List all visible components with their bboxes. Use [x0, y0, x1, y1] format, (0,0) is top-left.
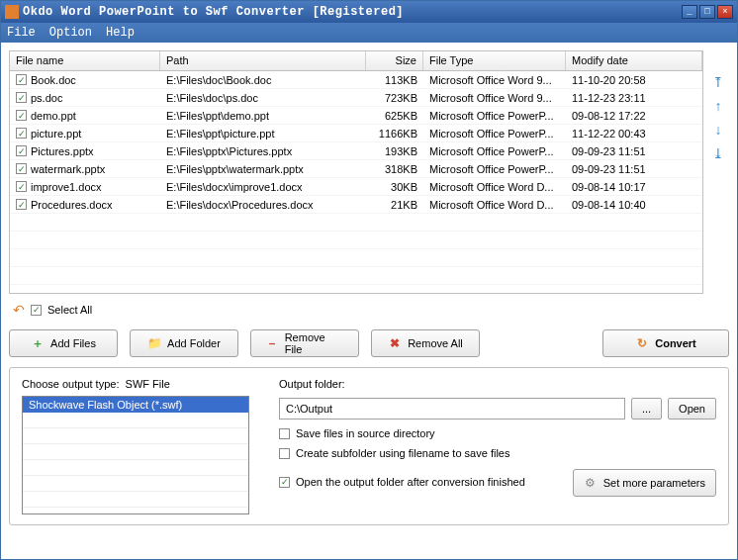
table-row[interactable]: ✓Book.docE:\Files\doc\Book.doc113KBMicro…: [10, 71, 702, 89]
maximize-button[interactable]: □: [699, 5, 715, 19]
file-date: 11-10-20 20:58: [566, 74, 702, 86]
folder-icon: 📁: [147, 336, 161, 350]
file-type: Microsoft Office Word 9...: [423, 92, 566, 104]
curved-arrow-icon: ↶: [13, 302, 25, 318]
output-type-list[interactable]: Shockwave Flash Object (*.swf): [22, 396, 249, 514]
app-icon: [5, 5, 19, 19]
file-date: 09-08-12 17:22: [566, 110, 702, 122]
file-list-header: File name Path Size File Type Modify dat…: [10, 51, 702, 71]
col-header-date[interactable]: Modify date: [566, 51, 702, 70]
col-header-name[interactable]: File name: [10, 51, 160, 70]
file-date: 09-09-23 11:51: [566, 163, 702, 175]
file-name: improve1.docx: [31, 181, 102, 193]
file-path: E:\Files\pptx\watermark.pptx: [160, 163, 366, 175]
remove-all-label: Remove All: [408, 337, 463, 349]
table-row[interactable]: ✓ps.docE:\Files\doc\ps.doc723KBMicrosoft…: [10, 89, 702, 107]
table-row[interactable]: ✓picture.pptE:\Files\ppt\picture.ppt1166…: [10, 125, 702, 142]
file-path: E:\Files\doc\ps.doc: [160, 92, 366, 104]
menu-file[interactable]: File: [7, 26, 36, 40]
row-checkbox[interactable]: ✓: [16, 163, 27, 174]
more-params-button[interactable]: ⚙Set more parameters: [573, 469, 716, 497]
file-path: E:\Files\ppt\picture.ppt: [160, 128, 366, 140]
file-size: 1166KB: [366, 128, 423, 140]
select-all-checkbox[interactable]: ✓: [31, 305, 42, 316]
move-top-icon[interactable]: ⤒: [709, 74, 727, 90]
close-button[interactable]: ×: [717, 5, 733, 19]
save-source-checkbox[interactable]: [279, 428, 290, 439]
add-folder-button[interactable]: 📁Add Folder: [130, 329, 238, 357]
row-checkbox[interactable]: ✓: [16, 92, 27, 103]
file-type: Microsoft Office PowerP...: [423, 110, 566, 122]
create-sub-checkbox[interactable]: [279, 448, 290, 459]
file-type: Microsoft Office PowerP...: [423, 163, 566, 175]
open-after-label: Open the output folder after conversion …: [296, 476, 525, 488]
file-path: E:\Files\docx\Procedures.docx: [160, 199, 366, 211]
file-date: 09-08-14 10:17: [566, 181, 702, 193]
row-checkbox[interactable]: ✓: [16, 199, 27, 210]
menu-help[interactable]: Help: [106, 26, 135, 40]
remove-all-button[interactable]: ✖Remove All: [371, 329, 480, 357]
more-params-label: Set more parameters: [603, 477, 705, 489]
add-files-button[interactable]: ＋Add Files: [9, 329, 118, 357]
table-row[interactable]: ✓Procedures.docxE:\Files\docx\Procedures…: [10, 196, 702, 214]
file-date: 09-08-14 10:40: [566, 199, 702, 211]
row-checkbox[interactable]: ✓: [16, 110, 27, 121]
select-all-label: Select All: [47, 304, 92, 316]
col-header-size[interactable]: Size: [366, 51, 423, 70]
col-header-path[interactable]: Path: [160, 51, 366, 70]
row-checkbox[interactable]: ✓: [16, 181, 27, 192]
table-row[interactable]: ✓demo.pptE:\Files\ppt\demo.ppt625KBMicro…: [10, 107, 702, 125]
row-checkbox[interactable]: ✓: [16, 128, 27, 139]
file-name: Pictures.pptx: [31, 145, 94, 157]
file-path: E:\Files\pptx\Pictures.pptx: [160, 145, 366, 157]
col-header-type[interactable]: File Type: [423, 51, 566, 70]
move-down-icon[interactable]: ↓: [709, 122, 727, 138]
file-type: Microsoft Office PowerP...: [423, 128, 566, 140]
move-up-icon[interactable]: ↑: [709, 98, 727, 114]
convert-icon: ↻: [635, 336, 649, 350]
file-list[interactable]: File name Path Size File Type Modify dat…: [9, 50, 703, 294]
minimize-button[interactable]: _: [682, 5, 697, 19]
remove-file-label: Remove File: [285, 331, 344, 355]
file-size: 193KB: [366, 145, 423, 157]
open-button[interactable]: Open: [668, 398, 716, 420]
table-row[interactable]: ✓Pictures.pptxE:\Files\pptx\Pictures.ppt…: [10, 142, 702, 160]
file-name: picture.ppt: [31, 128, 81, 140]
minus-icon: －: [265, 336, 279, 350]
move-bottom-icon[interactable]: ⤓: [709, 145, 727, 161]
add-files-label: Add Files: [50, 337, 96, 349]
file-name: demo.ppt: [31, 110, 76, 122]
titlebar: Okdo Word PowerPoint to Swf Converter [R…: [1, 1, 737, 23]
file-size: 318KB: [366, 163, 423, 175]
output-type-item[interactable]: Shockwave Flash Object (*.swf): [23, 397, 248, 413]
open-after-checkbox[interactable]: ✓: [279, 477, 290, 488]
save-source-label: Save files in source directory: [296, 427, 435, 439]
file-size: 113KB: [366, 74, 423, 86]
row-checkbox[interactable]: ✓: [16, 74, 27, 85]
table-row[interactable]: ✓improve1.docxE:\Files\docx\improve1.doc…: [10, 178, 702, 196]
file-date: 11-12-22 00:43: [566, 128, 702, 140]
row-checkbox[interactable]: ✓: [16, 145, 27, 156]
file-path: E:\Files\docx\improve1.docx: [160, 181, 366, 193]
file-date: 11-12-23 23:11: [566, 92, 702, 104]
file-name: Book.doc: [31, 74, 76, 86]
file-type: Microsoft Office Word 9...: [423, 74, 566, 86]
file-type: Microsoft Office PowerP...: [423, 145, 566, 157]
gear-icon: ⚙: [584, 476, 598, 490]
file-date: 09-09-23 11:51: [566, 145, 702, 157]
menubar: File Option Help: [1, 23, 737, 43]
file-path: E:\Files\ppt\demo.ppt: [160, 110, 366, 122]
browse-button[interactable]: ...: [631, 398, 662, 420]
file-name: Procedures.docx: [31, 199, 113, 211]
convert-button[interactable]: ↻Convert: [602, 329, 729, 357]
plus-icon: ＋: [31, 336, 45, 350]
remove-file-button[interactable]: －Remove File: [250, 329, 359, 357]
create-sub-label: Create subfolder using filename to save …: [296, 447, 509, 459]
output-folder-label: Output folder:: [279, 378, 716, 390]
table-row[interactable]: ✓watermark.pptxE:\Files\pptx\watermark.p…: [10, 160, 702, 178]
menu-option[interactable]: Option: [49, 26, 92, 40]
output-folder-input[interactable]: [279, 398, 625, 420]
file-type: Microsoft Office Word D...: [423, 199, 566, 211]
file-size: 21KB: [366, 199, 423, 211]
file-name: ps.doc: [31, 92, 62, 104]
